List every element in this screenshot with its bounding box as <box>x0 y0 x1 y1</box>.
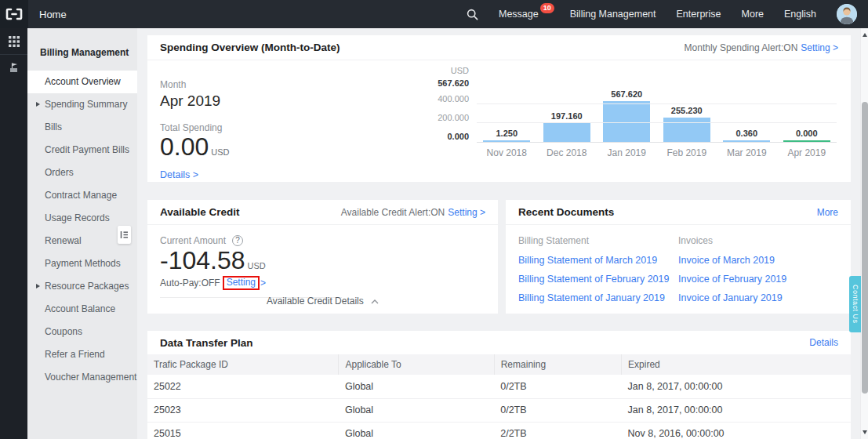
spending-overview-title: Spending Overview (Month-to-Date) <box>160 42 340 53</box>
contact-us-tab[interactable]: Contact Us <box>849 276 861 332</box>
nav-message[interactable]: Message 10 <box>499 9 550 20</box>
recent-documents-body: Billing Statement Billing Statement of M… <box>506 225 851 311</box>
topbar-right-group: Message 10 Billing Management Enterprise… <box>467 4 857 24</box>
monthly-spending-alert-setting-link[interactable]: Setting > <box>801 42 838 53</box>
user-avatar[interactable] <box>837 4 857 24</box>
search-button[interactable] <box>467 9 478 20</box>
sidebar-item-coupons[interactable]: Coupons <box>27 321 137 343</box>
monthly-spending-alert-status: Monthly Spending Alert:ON <box>685 42 798 53</box>
sidebar-item-payment-methods[interactable]: Payment Methods <box>27 252 137 275</box>
gridline <box>477 122 837 123</box>
nav-message-label: Message <box>499 9 539 20</box>
x-tick-label: Apr 2019 <box>777 142 837 158</box>
gridline <box>477 103 837 104</box>
total-spending-label: Total Spending <box>160 122 230 133</box>
brand-logo-icon <box>5 8 24 20</box>
sidebar-item-voucher-management[interactable]: Voucher Management <box>27 366 137 389</box>
chart-y-axis: USD567.620400.000200.0000.000 <box>422 89 477 143</box>
sidebar-item-spending-summary[interactable]: Spending Summary <box>27 93 137 116</box>
cell-expired: Jan 8, 2017, 00:00:00 <box>622 375 851 398</box>
total-spending-value: 0.00 <box>160 132 209 161</box>
nav-language-english[interactable]: English <box>784 9 816 20</box>
nav-enterprise[interactable]: Enterprise <box>677 9 721 20</box>
nav-more[interactable]: More <box>742 9 764 20</box>
annotation-highlight-box: Setting <box>223 276 260 290</box>
billing-statement-link[interactable]: Billing Statement of February 2019 <box>518 274 678 285</box>
chart-plot: 1.250197.160567.620255.2300.3600.000 Nov… <box>477 89 837 143</box>
chart-bar-slot: 0.360 <box>717 89 777 142</box>
spending-overview-header: Spending Overview (Month-to-Date) Monthl… <box>147 35 851 60</box>
sidebar-item-credit-payment-bills[interactable]: Credit Payment Bills <box>27 139 137 161</box>
sidebar-item-account-overview[interactable]: Account Overview <box>27 71 137 93</box>
chart-bars: 1.250197.160567.620255.2300.3600.000 <box>477 89 837 142</box>
autopay-setting-arrow: > <box>260 278 266 288</box>
invoice-link[interactable]: Invoice of January 2019 <box>678 292 838 303</box>
billing-statement-link[interactable]: Billing Statement of January 2019 <box>518 292 678 303</box>
sidebar-item-label: Spending Summary <box>45 99 127 110</box>
y-axis-unit-label: USD <box>451 67 469 75</box>
data-transfer-details-link[interactable]: Details <box>809 337 838 348</box>
cell-applicable-to: Global <box>339 398 494 422</box>
nav-billing-management[interactable]: Billing Management <box>570 9 656 20</box>
available-credit-alert-setting-link[interactable]: Setting > <box>448 207 485 218</box>
scrollbar <box>860 28 868 439</box>
spending-overview-card: Spending Overview (Month-to-Date) Monthl… <box>147 35 851 182</box>
chart-bar-slot: 255.230 <box>657 89 717 142</box>
chart-bar-feb-2019 <box>663 118 710 142</box>
billing-statement-column: Billing Statement Billing Statement of M… <box>518 235 678 311</box>
billing-shortcut-button[interactable] <box>0 55 27 81</box>
bar-value-label: 1.250 <box>496 129 518 138</box>
chart-bar-slot: 0.000 <box>777 89 837 142</box>
sidebar-collapse-toggle[interactable] <box>118 226 131 244</box>
monthly-spending-alert: Monthly Spending Alert:ONSetting > <box>685 42 838 53</box>
x-tick-label: Feb 2019 <box>657 142 717 158</box>
sidebar-item-refer-a-friend[interactable]: Refer a Friend <box>27 343 137 366</box>
spending-bar-chart: USD567.620400.000200.0000.000 1.250197.1… <box>422 89 837 143</box>
total-spending-unit: USD <box>211 147 229 157</box>
billing-statement-link[interactable]: Billing Statement of March 2019 <box>518 255 678 266</box>
invoice-link[interactable]: Invoice of March 2019 <box>678 255 838 266</box>
message-count-badge: 10 <box>540 3 554 13</box>
chart-bar-slot: 567.620 <box>597 89 657 142</box>
autopay-status: Auto-Pay:OFF <box>160 278 220 288</box>
y-tick-label: 0.000 <box>447 132 469 141</box>
sidebar-item-orders[interactable]: Orders <box>27 161 137 184</box>
billing-statement-column-header: Billing Statement <box>518 235 678 246</box>
top-navigation-bar: Home Message 10 Billing Management Enter… <box>0 0 868 28</box>
recent-documents-more-link[interactable]: More <box>817 207 838 218</box>
data-transfer-table: Trafic Package ID Applicable To Remainin… <box>147 354 851 439</box>
chart-bar-slot: 197.160 <box>537 89 597 142</box>
collapse-menu-icon <box>120 230 129 239</box>
spending-details-link[interactable]: Details > <box>160 169 198 180</box>
sidebar-item-contract-manage[interactable]: Contract Manage <box>27 184 137 207</box>
available-credit-details-label: Available Credit Details <box>267 296 364 307</box>
scrollbar-down-arrow-icon[interactable] <box>863 430 867 434</box>
spending-stats: Month Apr 2019 Total Spending 0.00USD De… <box>160 79 230 181</box>
brand-logo[interactable] <box>0 0 28 28</box>
available-credit-alert-status: Available Credit Alert:ON <box>341 207 445 218</box>
cell-remaining: 0/2TB <box>494 375 621 398</box>
nav-home[interactable]: Home <box>39 9 67 20</box>
app-grid-button[interactable] <box>0 28 27 54</box>
scrollbar-thumb[interactable] <box>862 102 868 394</box>
invoice-link[interactable]: Invoice of February 2019 <box>678 274 838 285</box>
invoices-column: Invoices Invoice of March 2019 Invoice o… <box>678 235 838 311</box>
help-icon[interactable]: ? <box>232 235 243 246</box>
autopay-setting-link[interactable]: Setting <box>227 277 256 288</box>
scrollbar-up-arrow-icon[interactable] <box>863 33 867 37</box>
cell-package-id: 25023 <box>147 398 339 422</box>
chart-bar-dec-2018 <box>543 123 590 142</box>
cell-remaining: 2/2TB <box>494 422 621 439</box>
sidebar-item-bills[interactable]: Bills <box>27 116 137 139</box>
sidebar-item-resource-packages[interactable]: Resource Packages <box>27 275 137 298</box>
available-credit-alert: Available Credit Alert:ONSetting > <box>341 207 485 218</box>
x-tick-label: Mar 2019 <box>717 142 777 158</box>
cell-package-id: 25022 <box>147 375 339 398</box>
expand-arrow-icon <box>36 102 40 107</box>
month-label: Month <box>160 79 230 90</box>
available-credit-details-toggle[interactable]: Available Credit Details <box>147 296 498 307</box>
data-transfer-plan-card: Data Transfer Plan Details Trafic Packag… <box>147 331 851 439</box>
chevron-up-icon <box>371 296 379 307</box>
sidebar-title: Billing Management <box>27 28 137 58</box>
sidebar-item-account-balance[interactable]: Account Balance <box>27 298 137 321</box>
